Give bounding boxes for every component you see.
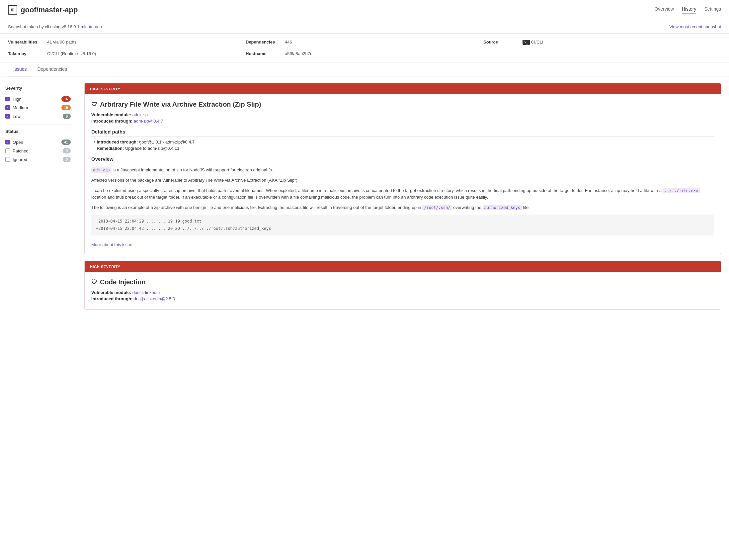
sidebar-divider: [5, 125, 71, 125]
main-nav: Overview History Settings: [654, 6, 721, 14]
source-icon: >_: [522, 40, 530, 45]
app-logo: ⊞ goof/master-app: [8, 5, 78, 15]
snapshot-bar: Snapshot taken by cli using v8.16.0 1 mi…: [0, 20, 729, 34]
shield-icon-0: 🛡: [91, 101, 97, 108]
view-recent-link[interactable]: View most recent snapshot: [669, 24, 721, 29]
sidebar: Severity High 16 Medium 19 Low 6 Status: [0, 76, 76, 323]
snapshot-time-link[interactable]: 1 minute ago.: [77, 24, 103, 29]
overview-text-1: Affected versions of the package are vul…: [91, 177, 714, 184]
introduced-through-1: Introduced through: dustjs-linkedin@2.5.…: [91, 296, 714, 301]
badge-patched: 0: [63, 148, 71, 153]
overview-text-3: The following is an example of a zip arc…: [91, 204, 714, 211]
introduced-through-link-0[interactable]: adm-zip@0.4.7: [134, 119, 163, 124]
vulnerable-module-link-1[interactable]: dustjs-linkedin: [133, 290, 160, 295]
introduced-through-0: Introduced through: adm-zip@0.4.7: [91, 119, 714, 124]
nav-overview[interactable]: Overview: [654, 6, 674, 14]
app-title: goof/master-app: [21, 6, 78, 14]
hostname-row: Hostname a5f6a8ab2b7e: [246, 49, 483, 58]
issue-tabs: Issues Dependencies: [0, 62, 729, 76]
shield-icon-1: 🛡: [91, 279, 97, 286]
more-link-0[interactable]: More about this issue: [91, 242, 133, 247]
filter-patched[interactable]: Patched 0: [5, 146, 71, 155]
logo-icon: ⊞: [8, 5, 17, 15]
tab-issues[interactable]: Issues: [8, 62, 32, 76]
checkbox-high[interactable]: [5, 97, 10, 101]
severity-title: Severity: [5, 86, 71, 91]
filter-low[interactable]: Low 6: [5, 112, 71, 121]
overview-text-2: It can be exploited using a specially cr…: [91, 187, 714, 201]
code-block-0: +2018-04-15 22:04:29 ........ 19 19 good…: [91, 215, 714, 235]
nav-settings[interactable]: Settings: [704, 6, 721, 14]
issue-title-1: 🛡 Code Injection: [91, 278, 714, 286]
badge-ignored: 0: [63, 157, 71, 162]
vulnerable-module-0: Vulnerable module: adm-zip: [91, 112, 714, 117]
issue-card-1: HIGH SEVERITY 🛡 Code Injection Vulnerabl…: [84, 261, 721, 310]
app-header: ⊞ goof/master-app Overview History Setti…: [0, 0, 729, 20]
issue-card-body-1: 🛡 Code Injection Vulnerable module: dust…: [85, 272, 721, 309]
filter-medium[interactable]: Medium 19: [5, 103, 71, 112]
nav-history[interactable]: History: [682, 6, 696, 14]
checkbox-ignored[interactable]: [5, 157, 10, 162]
vulnerable-module-1: Vulnerable module: dustjs-linkedin: [91, 290, 714, 295]
path-item-0: Introduced through: goof@1.0.1 › adm-zip…: [91, 140, 714, 144]
source-row: Source >_ CI/CLI: [483, 38, 721, 47]
status-title: Status: [5, 129, 71, 134]
dependencies-row: Dependencies 446: [246, 38, 483, 47]
issues-content: HIGH SEVERITY 🛡 Arbitrary File Write via…: [76, 76, 729, 323]
main-layout: Severity High 16 Medium 19 Low 6 Status: [0, 76, 729, 323]
badge-low: 6: [63, 114, 71, 119]
badge-open: 41: [61, 140, 71, 145]
taken-by-row: Taken by CI/CLI (Runtime: v8.16.0): [8, 49, 246, 58]
badge-medium: 19: [61, 105, 71, 110]
overview-heading-0: Overview: [91, 156, 714, 164]
introduced-through-link-1[interactable]: dustjs-linkedin@2.5.0: [134, 296, 175, 301]
checkbox-low[interactable]: [5, 114, 10, 119]
issue-title-0: 🛡 Arbitrary File Write via Archive Extra…: [91, 101, 714, 108]
checkbox-medium[interactable]: [5, 105, 10, 110]
issue-card-body-0: 🛡 Arbitrary File Write via Archive Extra…: [85, 94, 721, 254]
issue-card-header-1: HIGH SEVERITY: [85, 261, 721, 272]
filter-open[interactable]: Open 41: [5, 138, 71, 146]
meta-section: Vulnerabilities 41 via 98 paths Dependen…: [0, 34, 729, 62]
remediation-0: Remediation: Upgrade to adm-zip@0.4.11: [97, 146, 714, 151]
checkbox-patched[interactable]: [5, 148, 10, 153]
issue-card-0: HIGH SEVERITY 🛡 Arbitrary File Write via…: [84, 83, 721, 254]
filter-ignored[interactable]: Ignored 0: [5, 155, 71, 164]
snapshot-text: Snapshot taken by cli using v8.16.0 1 mi…: [8, 24, 103, 29]
vulnerabilities-row: Vulnerabilities 41 via 98 paths: [8, 38, 246, 47]
tab-dependencies[interactable]: Dependencies: [32, 62, 72, 76]
vulnerable-module-link-0[interactable]: adm-zip: [133, 112, 148, 117]
filter-high[interactable]: High 16: [5, 95, 71, 103]
detailed-paths-heading-0: Detailed paths: [91, 129, 714, 137]
overview-text-0: adm-zip is a Javascript implementation o…: [91, 167, 714, 174]
badge-high: 16: [61, 96, 71, 102]
issue-card-header-0: HIGH SEVERITY: [85, 83, 721, 94]
checkbox-open[interactable]: [5, 140, 10, 144]
